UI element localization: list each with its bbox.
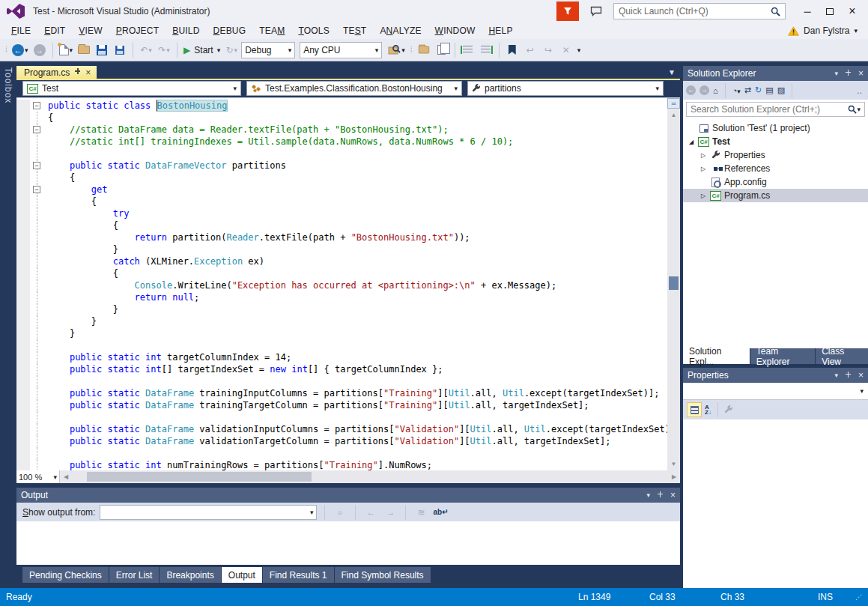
tool-tab-breakpoints[interactable]: Breakpoints <box>160 567 220 583</box>
code-line[interactable]: } <box>16 315 667 327</box>
code-line[interactable]: public static DataFrame validationTarget… <box>16 435 667 447</box>
breakpoint-margin[interactable] <box>16 255 30 267</box>
menu-debug[interactable]: DEBUG <box>207 23 253 38</box>
undo-button[interactable]: ↶▾ <box>138 41 154 59</box>
breakpoint-margin[interactable] <box>16 207 30 219</box>
menu-analyze[interactable]: ANALYZE <box>373 23 428 38</box>
search-options-chevron-icon[interactable]: ▾ <box>857 106 861 113</box>
collapsed-arrow-icon[interactable]: ▷ <box>699 166 707 172</box>
toggle-bookmark-button[interactable] <box>504 41 521 59</box>
code-line[interactable]: catch (XLMiner.Exception ex) <box>16 255 667 267</box>
code-line[interactable]: public static int numTrainingRows = part… <box>16 459 667 470</box>
breakpoint-margin[interactable] <box>16 124 30 136</box>
menu-tools[interactable]: TOOLS <box>291 23 336 38</box>
vertical-scroll-track[interactable] <box>667 121 680 458</box>
fold-margin[interactable] <box>30 423 45 435</box>
fold-margin[interactable] <box>30 315 45 327</box>
toolbar-grip[interactable]: ⁞ <box>408 46 414 54</box>
menu-build[interactable]: BUILD <box>166 23 206 38</box>
horizontal-scroll-track[interactable] <box>72 470 668 483</box>
breakpoint-margin[interactable] <box>16 112 30 124</box>
breakpoint-margin[interactable] <box>16 279 30 291</box>
find-message-button[interactable]: ⌕ <box>333 507 347 518</box>
breakpoint-margin[interactable] <box>16 136 30 148</box>
breakpoint-margin[interactable] <box>16 184 30 196</box>
document-tab-program-cs[interactable]: Program.cs × <box>16 66 97 79</box>
pin-icon[interactable] <box>658 491 663 500</box>
close-tab-icon[interactable]: × <box>85 67 91 78</box>
type-dropdown[interactable]: Test.Examples.Classification.BostonHousi… <box>246 81 462 96</box>
fold-margin[interactable] <box>30 387 45 399</box>
fold-margin[interactable] <box>30 267 45 279</box>
open-file-button[interactable] <box>76 41 92 59</box>
fold-margin[interactable] <box>30 219 45 231</box>
fold-collapse-box[interactable]: − <box>33 162 40 169</box>
feedback-smile-icon[interactable] <box>586 2 606 20</box>
fold-margin[interactable] <box>30 112 45 124</box>
properties-title-bar[interactable]: Properties ▾ × <box>683 368 868 383</box>
breakpoint-margin[interactable] <box>16 411 30 423</box>
code-line[interactable]: − //static DataFrame data = Reader.textF… <box>16 124 667 136</box>
scroll-left-arrow-icon[interactable]: ◀ <box>60 473 72 480</box>
start-debug-button[interactable]: ▶Start▾ <box>182 41 222 59</box>
fold-margin[interactable] <box>30 411 45 423</box>
code-line[interactable]: −public static class BostonHousing <box>16 100 667 112</box>
breakpoint-margin[interactable] <box>16 219 30 231</box>
fold-margin[interactable] <box>30 255 45 267</box>
solution-explorer-search-input[interactable]: Search Solution Explorer (Ctrl+;) ▾ <box>686 102 865 117</box>
toolbar-overflow-button[interactable]: .. <box>857 85 865 96</box>
tool-tab-error-list[interactable]: Error List <box>109 567 160 583</box>
toolbar-overflow-chevron-icon[interactable]: ▾ <box>577 46 581 54</box>
document-list-chevron-icon[interactable]: ▼ <box>668 68 680 76</box>
code-line[interactable]: try <box>16 207 667 219</box>
refresh-button[interactable]: ↻▾ <box>223 41 240 59</box>
fold-margin[interactable] <box>30 375 45 387</box>
code-line[interactable] <box>16 375 667 387</box>
breakpoint-margin[interactable] <box>16 387 30 399</box>
increase-indent-button[interactable] <box>478 41 494 59</box>
fold-margin[interactable] <box>30 148 45 160</box>
fold-margin[interactable] <box>30 327 45 339</box>
menu-test[interactable]: TEST <box>336 23 373 38</box>
code-line[interactable]: − get <box>16 184 667 196</box>
next-bookmark-button[interactable]: ↪ <box>540 41 556 59</box>
tool-tab-pending-checkins[interactable]: Pending Checkins <box>22 567 109 583</box>
code-line[interactable]: public static DataFrame validationInputC… <box>16 423 667 435</box>
breakpoint-margin[interactable] <box>16 172 30 184</box>
solution-configuration-combo[interactable]: Debug▾ <box>241 42 295 58</box>
breakpoint-margin[interactable] <box>16 160 30 172</box>
code-editor[interactable]: −public static class BostonHousing{− //s… <box>16 97 680 470</box>
alphabetical-sort-button[interactable]: AZ↓ <box>705 404 711 415</box>
pin-icon[interactable] <box>846 372 851 380</box>
fold-margin[interactable] <box>30 196 45 207</box>
menu-team[interactable]: TEAM <box>252 23 291 38</box>
code-line[interactable]: public static int targetColumnIndex = 14… <box>16 351 667 363</box>
breakpoint-margin[interactable] <box>16 267 30 279</box>
breakpoint-margin[interactable] <box>16 148 30 160</box>
fold-margin[interactable]: − <box>30 184 45 196</box>
breakpoint-margin[interactable] <box>16 291 30 303</box>
toolbox-tab[interactable]: Toolbox <box>0 61 16 588</box>
breakpoint-margin[interactable] <box>16 315 30 327</box>
fold-collapse-box[interactable]: − <box>33 102 40 109</box>
previous-bookmark-button[interactable]: ↩ <box>522 41 538 59</box>
window-position-chevron-icon[interactable]: ▾ <box>834 372 838 379</box>
code-line[interactable]: return partition(Reader.textFile(path + … <box>16 231 667 243</box>
breakpoint-margin[interactable] <box>16 231 30 243</box>
previous-message-button[interactable]: ← <box>363 507 378 518</box>
menu-edit[interactable]: EDIT <box>37 23 72 38</box>
fold-margin[interactable] <box>30 279 45 291</box>
breakpoint-margin[interactable] <box>16 375 30 387</box>
window-position-chevron-icon[interactable]: ▾ <box>646 491 650 499</box>
signed-in-user[interactable]: Dan Fylstra <box>804 25 849 36</box>
show-output-from-combo[interactable]: ▾ <box>100 505 317 520</box>
code-line[interactable]: } <box>16 303 667 315</box>
menu-view[interactable]: VIEW <box>72 23 109 38</box>
breakpoint-margin[interactable] <box>16 327 30 339</box>
tree-item-test[interactable]: ◢C#Test <box>683 135 868 148</box>
code-line[interactable] <box>16 148 667 160</box>
code-line[interactable]: public static DataFrame trainingTargetCo… <box>16 399 667 411</box>
clear-bookmarks-button[interactable]: ✕ <box>558 41 574 59</box>
navigate-back-chevron-icon[interactable]: ▾ <box>25 46 28 54</box>
close-panel-icon[interactable]: × <box>858 68 864 79</box>
